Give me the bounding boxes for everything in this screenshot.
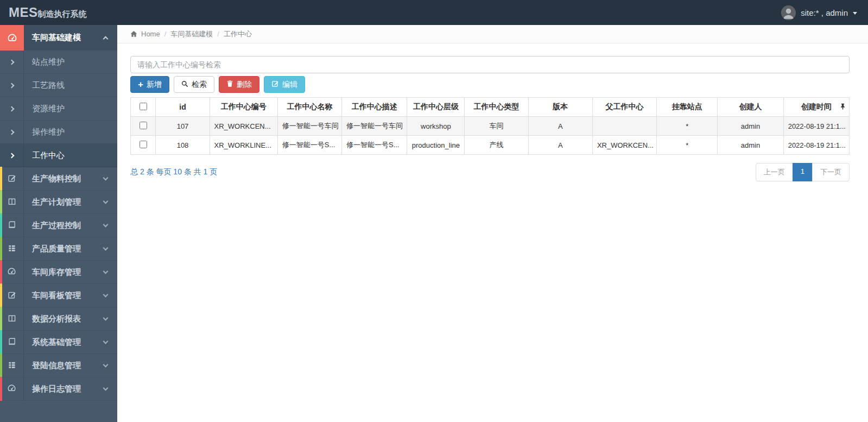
edit-button[interactable]: 编辑 <box>264 76 305 93</box>
avatar <box>781 5 796 20</box>
chevron-down-icon <box>103 386 109 391</box>
sidebar-item-label: 产品质量管理 <box>24 244 104 254</box>
cell-type: 产线 <box>465 136 528 155</box>
sidebar-item-process-route[interactable]: 工艺路线 <box>0 74 117 97</box>
search-button[interactable]: 检索 <box>174 76 214 93</box>
next-page-button[interactable]: 下一页 <box>812 163 850 181</box>
cell-parent <box>592 117 656 136</box>
chevron-down-icon <box>103 269 109 274</box>
sidebar-item-operation-maintenance[interactable]: 操作维护 <box>0 121 117 144</box>
column-header-parent: 父工作中心 <box>592 98 656 117</box>
cell-id: 108 <box>156 136 210 155</box>
breadcrumb: Home / 车间基础建模 / 工作中心 <box>117 25 868 43</box>
chevron-right-icon <box>9 129 15 135</box>
category-color-strip <box>0 190 2 214</box>
sidebar-item-label: 操作维护 <box>24 127 65 137</box>
sidebar-item-operation-log-management[interactable]: 操作日志管理 <box>0 377 117 401</box>
page-1-button[interactable]: 1 <box>793 163 813 181</box>
cell-level: production_line <box>407 136 465 155</box>
delete-button[interactable]: 删除 <box>219 76 259 93</box>
breadcrumb-home[interactable]: Home <box>141 30 160 38</box>
app-logo: MES制造执行系统 <box>0 5 87 20</box>
edit-icon <box>271 80 279 89</box>
sidebar-item-quality-management[interactable]: 产品质量管理 <box>0 237 117 261</box>
sidebar-group-label: 车间基础建模 <box>24 33 104 43</box>
breadcrumb-current: 工作中心 <box>224 29 252 39</box>
user-label: site:* , admin <box>801 8 848 17</box>
pagination: 上一页 1 下一页 <box>756 163 850 181</box>
table-row[interactable]: 108 XR_WORKLINE... 修一智能一号S... 修一智能一号S...… <box>131 136 850 155</box>
sidebar-item-material-control[interactable]: 生产物料控制 <box>0 167 117 191</box>
add-button[interactable]: + 新增 <box>130 76 169 93</box>
sidebar-item-resource-maintenance[interactable]: 资源维护 <box>0 97 117 121</box>
column-header-version: 版本 <box>528 98 592 117</box>
search-icon <box>181 80 188 89</box>
category-color-strip <box>0 213 2 237</box>
page-content: + 新增 检索 删除 编辑 <box>117 43 868 181</box>
row-checkbox[interactable] <box>140 122 147 129</box>
sidebar-item-label: 工艺路线 <box>24 80 65 91</box>
category-color-strip <box>0 260 2 284</box>
cell-creator: admin <box>718 117 783 136</box>
search-input[interactable] <box>130 56 850 73</box>
sidebar-item-analysis-reports[interactable]: 数据分析报表 <box>0 307 117 331</box>
category-color-strip <box>0 307 2 331</box>
user-menu[interactable]: site:* , admin <box>781 5 868 20</box>
cell-version: A <box>528 117 592 136</box>
select-all-checkbox[interactable] <box>140 103 147 110</box>
sidebar-item-label: 生产过程控制 <box>24 221 104 231</box>
sidebar-group-workshop-modeling[interactable]: 车间基础建模 <box>0 25 117 51</box>
cell-parent: XR_WORKCEN... <box>592 136 656 155</box>
category-color-strip <box>0 167 2 191</box>
sidebar-item-label: 操作日志管理 <box>24 384 104 394</box>
sidebar-item-label: 站点维护 <box>24 57 65 67</box>
sidebar-item-label: 车间看板管理 <box>24 291 104 301</box>
gauge-icon <box>0 25 24 51</box>
chevron-up-icon <box>103 36 109 41</box>
prev-page-button[interactable]: 上一页 <box>756 163 793 181</box>
pagination-row: 总 2 条 每页 10 条 共 1 页 上一页 1 下一页 <box>130 163 850 181</box>
columns-icon <box>8 197 16 207</box>
sidebar-item-work-center[interactable]: 工作中心 <box>0 144 117 167</box>
breadcrumb-module[interactable]: 车间基础建模 <box>170 29 213 39</box>
chevron-right-icon <box>9 153 15 158</box>
category-color-strip <box>0 284 2 307</box>
cell-station: * <box>657 136 718 155</box>
column-header-code: 工作中心编号 <box>210 98 277 117</box>
chevron-down-icon <box>103 362 109 368</box>
chevron-right-icon <box>9 83 15 88</box>
sidebar-item-label: 生产物料控制 <box>24 174 104 184</box>
chevron-right-icon <box>9 59 15 65</box>
home-icon <box>130 30 137 37</box>
sidebar-item-login-info-management[interactable]: 登陆信息管理 <box>0 354 117 377</box>
pin-icon[interactable] <box>840 103 845 111</box>
column-header-created-time: 创建时间 <box>783 98 849 117</box>
cell-code: XR_WORKCEN... <box>210 117 277 136</box>
category-color-strip <box>0 354 2 377</box>
sidebar-item-plan-management[interactable]: 生产计划管理 <box>0 191 117 214</box>
trash-icon <box>226 80 233 89</box>
book-icon <box>8 337 16 348</box>
gauge-icon <box>7 383 16 394</box>
main-area: Home / 车间基础建模 / 工作中心 + 新增 检索 删除 编辑 <box>117 25 868 422</box>
column-header-description: 工作中心描述 <box>342 98 407 117</box>
sidebar-item-board-management[interactable]: 车间看板管理 <box>0 284 117 307</box>
sidebar: 车间基础建模 站点维护 工艺路线 资源维护 操作维护 工作中心 生产物料控制 生… <box>0 25 117 422</box>
table-row[interactable]: 107 XR_WORKCEN... 修一智能一号车间 修一智能一号车间 work… <box>131 117 850 136</box>
sidebar-item-inventory-management[interactable]: 车间库存管理 <box>0 261 117 284</box>
sidebar-item-label: 数据分析报表 <box>24 314 104 324</box>
sidebar-item-process-control[interactable]: 生产过程控制 <box>0 214 117 237</box>
list-icon <box>8 361 16 371</box>
chevron-down-icon <box>103 222 109 228</box>
row-checkbox[interactable] <box>140 141 147 148</box>
logo-suffix-text: 制造执行系统 <box>38 9 87 20</box>
sidebar-item-label: 车间库存管理 <box>24 267 104 278</box>
work-center-table: id 工作中心编号 工作中心名称 工作中心描述 工作中心层级 工作中心类型 版本… <box>130 97 850 155</box>
sidebar-item-site-maintenance[interactable]: 站点维护 <box>0 51 117 74</box>
sidebar-item-system-management[interactable]: 系统基础管理 <box>0 331 117 354</box>
chevron-down-icon <box>103 316 109 321</box>
cell-description: 修一智能一号S... <box>342 136 407 155</box>
chevron-down-icon <box>103 292 109 298</box>
cell-created-time: 2022-08-19 21:1... <box>783 117 849 136</box>
sidebar-item-label: 生产计划管理 <box>24 197 104 207</box>
